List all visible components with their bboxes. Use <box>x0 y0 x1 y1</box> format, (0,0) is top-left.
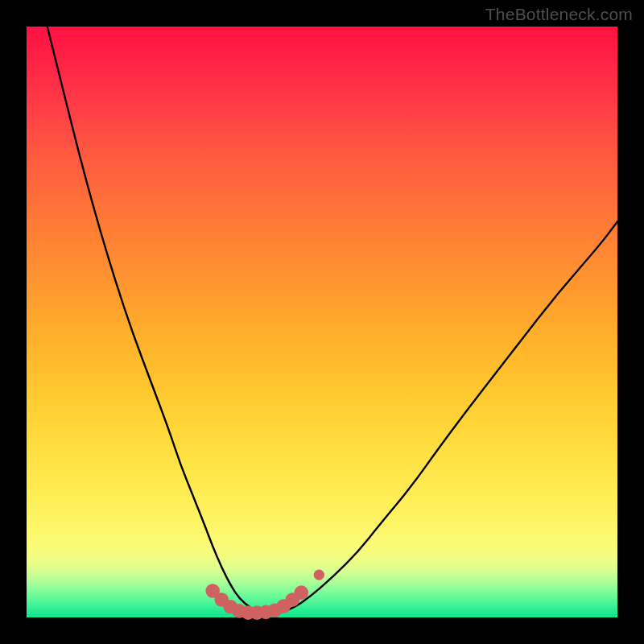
watermark-text: TheBottleneck.com <box>485 5 633 24</box>
plot-area <box>27 27 617 617</box>
chart-frame: TheBottleneck.com <box>0 0 644 644</box>
bottleneck-curve <box>47 27 617 614</box>
curve-marker <box>314 570 324 580</box>
curve-markers <box>205 570 324 620</box>
curve-svg <box>27 27 617 617</box>
curve-marker <box>295 585 309 600</box>
